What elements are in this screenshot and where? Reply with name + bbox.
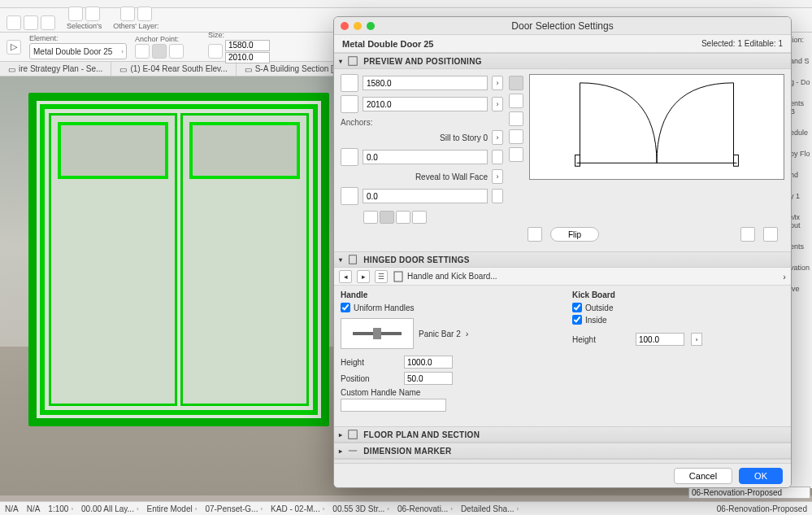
status-item[interactable]: KAD - 02-M...› [271,504,324,513]
status-item[interactable]: 07-Penset-G...› [205,504,263,513]
link-button[interactable] [492,189,503,203]
preview-mode-btn[interactable] [509,76,523,90]
doc-icon: ▭ [119,65,128,73]
kick-outside-check[interactable] [572,303,582,312]
ok-button[interactable]: OK [739,468,783,484]
element-dropdown[interactable]: Metal Double Door 25 › [29,43,127,59]
mirror-v-icon[interactable] [763,227,778,242]
nav-tree-button[interactable]: ☰ [375,270,388,283]
anchor-seg-btn[interactable] [380,211,394,224]
kick-inside-check[interactable] [572,315,582,325]
mirror-h-icon[interactable] [740,227,755,242]
reveal-input[interactable] [363,189,488,203]
anchor-seg-btn[interactable] [396,211,410,224]
minimize-icon[interactable] [354,22,362,30]
flip-button[interactable]: Flip [550,227,599,242]
svg-rect-10 [349,430,358,439]
preview-mode-btn[interactable] [509,111,523,126]
anchor-option-icon[interactable] [152,44,167,59]
handle-position-input[interactable] [404,372,453,385]
maximize-icon[interactable] [367,22,375,30]
preview-mode-btn[interactable] [509,129,523,144]
tab-label: (1) E-04 Rear South Elev... [130,64,227,73]
door-height-input[interactable] [363,97,488,111]
preview-mode-btn[interactable] [509,147,523,162]
link-button[interactable]: › [492,97,503,111]
width-input[interactable] [225,40,270,51]
expand-icon: ▸ [339,447,342,455]
breadcrumb[interactable]: Handle and Kick Board... [393,271,778,282]
status-zoom[interactable]: 1:100› [48,504,73,513]
tool-icon[interactable] [137,7,152,21]
door-icon [393,271,404,282]
uniform-handles-check[interactable] [341,303,350,312]
anchor-label: Anchor Point: [135,35,184,43]
status-item[interactable]: 00.55 3D Str...› [332,504,389,513]
width-icon [341,74,358,92]
cancel-button[interactable]: Cancel [674,468,732,484]
status-item[interactable]: Detailed Sha...› [461,504,519,513]
section-dimension-header[interactable]: ▸ DIMENSION MARKER [334,443,791,459]
section-preview-header[interactable]: ▾ PREVIEW AND POSITIONING [334,53,791,69]
section-hinged-header[interactable]: ▾ HINGED DOOR SETTINGS [334,251,791,268]
status-item[interactable]: Entire Model› [147,504,198,513]
status-item[interactable]: 06-Renovati...› [397,504,453,513]
kick-height-stepper[interactable]: › [691,333,702,346]
kick-inside-checkbox[interactable]: Inside [572,315,784,325]
svg-rect-0 [349,57,358,66]
handle-type-label: Panic Bar 2 [419,330,461,338]
section-floorplan-header[interactable]: ▸ FLOOR PLAN AND SECTION [334,426,791,443]
size-icon [208,44,223,59]
sill-label: Sill to Story 0 [341,133,488,142]
custom-handle-input[interactable] [341,399,446,412]
reveal-chev[interactable]: › [492,169,503,184]
preview-mode-btn[interactable] [509,94,523,108]
dialog-footer: Cancel OK [334,463,791,487]
anchor-option-icon[interactable] [135,44,150,59]
handle-height-label: Height [341,358,397,367]
reno-value-dropdown[interactable]: 06-Renovation-Proposed [688,487,810,499]
kick-outside-checkbox[interactable]: Outside [572,303,784,312]
sill-input[interactable] [363,150,488,164]
sill-icon [341,148,358,166]
handle-thumbnail[interactable] [341,318,414,349]
link-button[interactable]: › [492,76,503,90]
sill-chev[interactable]: › [492,130,503,145]
kickboard-header: Kick Board [572,290,784,299]
link-button[interactable] [492,150,503,164]
selection-count: Selected: 1 Editable: 1 [701,39,783,48]
door-settings-dialog: Door Selection Settings Metal Double Doo… [333,16,792,488]
nav-back-button[interactable]: ◂ [339,270,352,283]
svg-rect-6 [350,255,357,264]
uniform-handles-checkbox[interactable]: Uniform Handles [341,303,553,312]
chevron-right-icon[interactable]: › [466,329,469,338]
height-icon [341,95,358,113]
nav-forward-button[interactable]: ▸ [357,270,370,283]
anchor-seg-btn[interactable] [412,211,427,224]
kick-height-input[interactable] [636,333,684,346]
tool-icon[interactable] [24,15,38,30]
tool-icon[interactable] [7,15,21,30]
close-icon[interactable] [341,22,349,30]
dialog-titlebar[interactable]: Door Selection Settings [334,17,791,35]
tab-label: ire Strategy Plan - Se... [19,64,102,73]
handle-height-input[interactable] [404,356,453,369]
status-item[interactable]: 00.00 All Lay...› [81,504,139,513]
arrow-tool-icon[interactable]: ▷ [7,40,21,55]
tab[interactable]: ▭(1) E-04 Rear South Elev... [111,62,236,76]
flip-rotate-icon[interactable] [528,227,542,242]
tool-icon[interactable] [120,7,135,21]
svg-rect-2 [575,155,580,166]
reveal-label: Reveal to Wall Face [341,172,488,181]
selections-label: Selection's [67,22,102,30]
anchor-option-icon[interactable] [169,44,184,59]
tool-icon[interactable] [85,7,100,21]
door-width-input[interactable] [363,76,488,90]
status-last[interactable]: 06-Renovation-Proposed [717,504,807,513]
tool-icon[interactable] [41,15,55,30]
tool-icon[interactable] [68,7,83,21]
tab[interactable]: ▭ire Strategy Plan - Se... [0,62,111,76]
handle-column: Handle Uniform Handles Panic Bar 2 › Hei… [341,290,553,412]
custom-handle-label: Custom Handle Name [341,388,420,397]
anchor-seg-btn[interactable] [363,211,378,224]
